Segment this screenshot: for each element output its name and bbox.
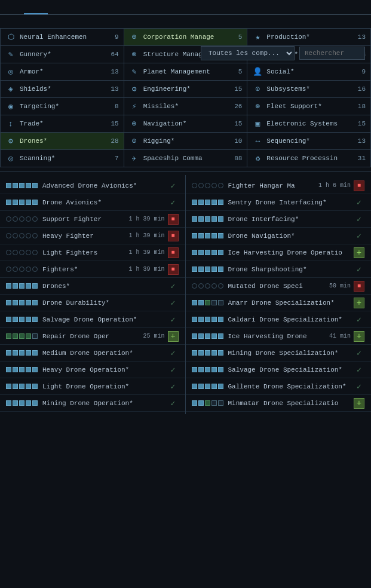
category-item-19[interactable]: ⊙Rigging*10 xyxy=(124,133,248,150)
category-name-12: Targeting* xyxy=(20,103,111,110)
skill-name: Drone Sharpshooting* xyxy=(228,266,354,273)
pip xyxy=(192,267,197,272)
cancel-button[interactable]: ■ xyxy=(168,247,179,258)
pip xyxy=(6,233,11,238)
category-icon-11: ⊙ xyxy=(252,84,263,94)
skill-add-button[interactable]: + xyxy=(353,330,365,342)
checkmark-icon: ✓ xyxy=(357,215,361,224)
category-item-2[interactable]: ★Production*13 xyxy=(247,29,371,46)
skill-add-button[interactable]: + xyxy=(353,397,365,409)
category-item-11[interactable]: ⊙Subsystems*16 xyxy=(247,81,371,98)
skill-pips xyxy=(6,367,38,372)
category-item-14[interactable]: ⊛Fleet Support*18 xyxy=(247,98,371,115)
skill-row: Ice Harvesting Drone41 min+ xyxy=(186,328,372,345)
skill-name: Support Fighter xyxy=(42,216,128,223)
skill-name: Mutated Drone Speci xyxy=(228,283,329,290)
skill-cancel-button[interactable]: ■ xyxy=(167,264,179,275)
skill-name: Advanced Drone Avionics* xyxy=(42,182,167,189)
category-item-20[interactable]: ↔Sequencing*13 xyxy=(247,133,371,150)
skill-name: Mining Drone Operation* xyxy=(42,400,167,407)
checkmark-icon: ✓ xyxy=(171,298,176,308)
pip xyxy=(6,333,11,339)
add-button[interactable]: + xyxy=(354,331,364,342)
category-count-11: 16 xyxy=(358,85,366,93)
add-button[interactable]: + xyxy=(354,247,364,258)
cancel-button[interactable]: ■ xyxy=(168,264,179,275)
skill-cancel-button[interactable]: ■ xyxy=(167,213,179,225)
category-item-16[interactable]: ⊕Navigation*15 xyxy=(124,115,248,133)
pip xyxy=(218,233,223,238)
pip xyxy=(13,233,18,238)
category-item-13[interactable]: ⚡Missiles*26 xyxy=(124,98,248,115)
pip xyxy=(192,333,197,339)
category-icon-18: ⚙ xyxy=(5,136,16,146)
skill-name: Gallente Drone Specialization* xyxy=(228,383,354,390)
category-item-15[interactable]: ↕Trade*15 xyxy=(1,115,124,133)
category-name-10: Engineering* xyxy=(143,85,231,93)
skill-cancel-button[interactable]: ■ xyxy=(167,230,179,242)
category-item-1[interactable]: ⊕Corporation Manage5 xyxy=(124,29,248,46)
cancel-button[interactable]: ■ xyxy=(354,281,364,292)
pip xyxy=(211,216,217,222)
pip xyxy=(32,333,38,339)
pip xyxy=(32,317,38,322)
skill-check-icon: ✓ xyxy=(167,314,179,326)
category-item-23[interactable]: ♻Resource Processin31 xyxy=(247,150,371,167)
add-button[interactable]: + xyxy=(168,331,179,342)
category-icon-19: ⊙ xyxy=(129,136,140,146)
pip xyxy=(218,200,223,205)
pip xyxy=(205,250,210,255)
skill-cancel-button[interactable]: ■ xyxy=(353,280,365,292)
pip xyxy=(13,250,18,255)
skill-pips xyxy=(192,317,223,322)
pip xyxy=(13,400,18,406)
pip xyxy=(6,350,11,356)
skill-row: Advanced Drone Avionics*✓ xyxy=(0,177,185,194)
pip xyxy=(6,400,11,406)
category-item-9[interactable]: ◈Shields*13 xyxy=(1,81,124,98)
cancel-button[interactable]: ■ xyxy=(168,231,179,241)
category-item-18[interactable]: ⚙Drones*28 xyxy=(1,133,124,150)
pip xyxy=(205,300,210,305)
category-item-22[interactable]: ✈Spaceship Comma88 xyxy=(124,150,248,167)
pip xyxy=(19,283,24,289)
add-button[interactable]: + xyxy=(354,398,364,409)
skill-add-button[interactable]: + xyxy=(167,330,179,342)
skill-name: Repair Drone Oper xyxy=(42,333,143,340)
pip xyxy=(218,183,223,188)
category-item-17[interactable]: ▣Electronic Systems15 xyxy=(247,115,371,133)
tab-projets[interactable] xyxy=(0,4,24,14)
category-count-15: 15 xyxy=(111,120,118,127)
pip xyxy=(211,200,217,205)
pip xyxy=(192,400,197,406)
category-item-21[interactable]: ◎Scanning*7 xyxy=(1,150,124,167)
category-item-0[interactable]: ⬡Neural Enhancemen9 xyxy=(1,29,124,46)
skill-cancel-button[interactable]: ■ xyxy=(167,247,179,259)
skill-row: Minmatar Drone Specializatio+ xyxy=(186,395,372,412)
category-item-12[interactable]: ◉Targeting*8 xyxy=(1,98,124,115)
category-item-7[interactable]: ✎Planet Management5 xyxy=(124,63,248,81)
skill-row: Amarr Drone Specialization*+ xyxy=(186,295,372,311)
filter-select[interactable]: Toutes les comp... xyxy=(201,46,295,60)
pip xyxy=(19,183,24,188)
category-item-8[interactable]: 👤Social*9 xyxy=(247,63,371,81)
skill-add-button[interactable]: + xyxy=(353,247,365,259)
checkmark-icon: ✓ xyxy=(357,198,361,207)
cancel-button[interactable]: ■ xyxy=(354,180,364,191)
category-item-3[interactable]: ✎Gunnery*64 xyxy=(1,46,124,63)
cancel-button[interactable]: ■ xyxy=(168,214,179,225)
category-item-10[interactable]: ⚙Engineering*15 xyxy=(124,81,248,98)
add-button[interactable]: + xyxy=(354,298,364,308)
category-item-6[interactable]: ◎Armor*13 xyxy=(1,63,124,81)
pip xyxy=(205,200,210,205)
skill-name: Drone Avionics* xyxy=(42,199,167,206)
skill-pips xyxy=(192,183,223,188)
skill-cancel-button[interactable]: ■ xyxy=(353,180,365,192)
search-input[interactable] xyxy=(299,47,365,60)
pip xyxy=(198,384,204,389)
skill-add-button[interactable]: + xyxy=(353,297,365,309)
pip xyxy=(26,300,31,305)
skill-check-icon: ✓ xyxy=(167,297,179,309)
tab-catalogue[interactable] xyxy=(24,4,48,14)
category-count-0: 9 xyxy=(115,33,119,41)
